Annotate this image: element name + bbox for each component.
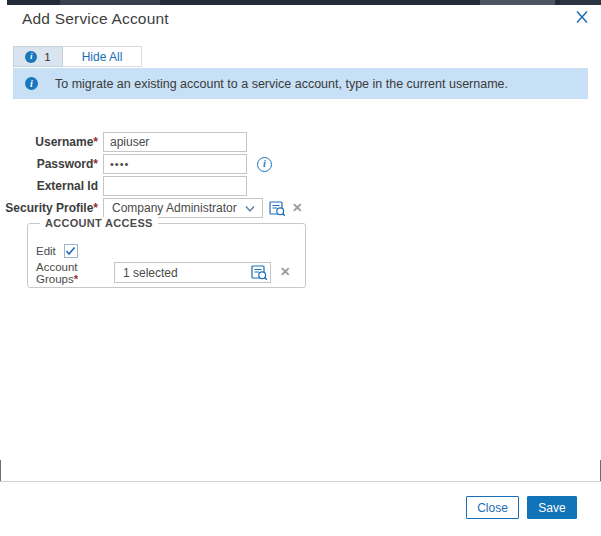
required-marker: * bbox=[93, 157, 98, 171]
checkmark-icon bbox=[65, 246, 76, 256]
info-count-label: 1 bbox=[44, 51, 50, 63]
required-marker: * bbox=[93, 201, 98, 215]
security-profile-lookup-button[interactable] bbox=[269, 200, 286, 217]
username-input[interactable] bbox=[103, 132, 247, 152]
chevron-down-icon bbox=[245, 205, 255, 213]
username-row: Username* bbox=[0, 132, 247, 152]
footer-buttons: Close Save bbox=[466, 496, 577, 519]
password-row: Password* i bbox=[0, 154, 272, 174]
close-button[interactable]: Close bbox=[466, 496, 519, 519]
account-groups-input[interactable] bbox=[114, 262, 271, 283]
password-info-icon[interactable]: i bbox=[257, 157, 272, 172]
account-groups-clear-icon[interactable]: ✕ bbox=[280, 266, 290, 279]
close-icon[interactable] bbox=[573, 9, 591, 27]
dialog-edge-left bbox=[0, 460, 1, 481]
save-button[interactable]: Save bbox=[527, 496, 577, 519]
account-groups-lookup-button[interactable] bbox=[251, 264, 268, 281]
background-page-header bbox=[7, 0, 601, 5]
tab-info-count[interactable]: i 1 bbox=[13, 46, 63, 67]
security-profile-row: Security Profile* Company Administrator … bbox=[0, 198, 302, 218]
external-id-row: External Id bbox=[0, 176, 247, 196]
password-label: Password* bbox=[0, 157, 98, 171]
background-header-segment bbox=[480, 0, 555, 5]
external-id-input[interactable] bbox=[103, 176, 247, 196]
security-profile-value: Company Administrator bbox=[112, 201, 237, 215]
tab-hide-all[interactable]: Hide All bbox=[63, 46, 142, 67]
banner-message: To migrate an existing account to a serv… bbox=[55, 77, 508, 91]
account-access-legend: ACCOUNT ACCESS bbox=[40, 217, 158, 229]
info-icon: i bbox=[25, 77, 38, 90]
username-label: Username* bbox=[0, 135, 98, 149]
password-input[interactable] bbox=[103, 154, 247, 174]
dialog-title: Add Service Account bbox=[22, 10, 169, 28]
security-profile-clear-icon[interactable]: ✕ bbox=[292, 202, 302, 215]
tab-bar: i 1 Hide All bbox=[13, 46, 142, 67]
required-marker: * bbox=[93, 135, 98, 149]
hide-all-label: Hide All bbox=[82, 50, 123, 64]
info-icon: i bbox=[25, 51, 37, 63]
required-marker: * bbox=[74, 273, 78, 285]
security-profile-label: Security Profile* bbox=[0, 201, 98, 215]
background-header-segment bbox=[60, 0, 160, 5]
add-service-account-dialog: Add Service Account i 1 Hide All i To mi… bbox=[0, 0, 601, 536]
account-access-fieldset: ACCOUNT ACCESS Edit Account Groups* bbox=[27, 223, 306, 288]
external-id-label: External Id bbox=[0, 179, 98, 193]
footer-divider bbox=[0, 481, 601, 482]
edit-row: Edit bbox=[36, 243, 78, 259]
account-groups-label: Account Groups* bbox=[36, 261, 114, 285]
close-x-icon bbox=[574, 9, 590, 25]
security-profile-select[interactable]: Company Administrator bbox=[103, 198, 263, 218]
edit-checkbox[interactable] bbox=[64, 244, 78, 258]
account-groups-row: Account Groups* ✕ bbox=[36, 262, 290, 283]
info-banner: i To migrate an existing account to a se… bbox=[13, 68, 588, 99]
edit-label: Edit bbox=[36, 245, 56, 257]
background-header-segment bbox=[560, 0, 601, 5]
lookup-search-icon bbox=[251, 264, 268, 281]
lookup-search-icon bbox=[269, 200, 286, 217]
